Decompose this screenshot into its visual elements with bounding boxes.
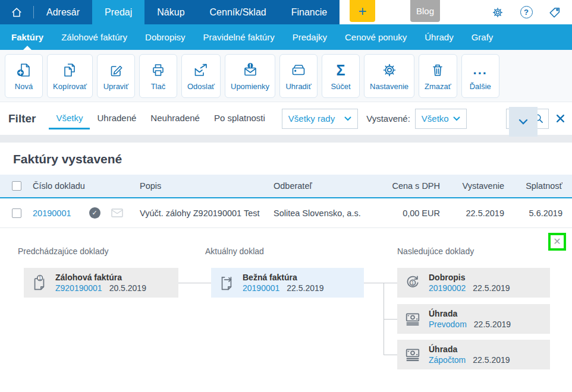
document-title: Úhrada xyxy=(429,344,510,355)
subnav-item-uhrady[interactable]: Úhrady xyxy=(416,24,462,50)
blog-button[interactable]: Blog xyxy=(410,0,440,22)
help-icon: ? xyxy=(520,6,533,18)
page-title: Faktúry vystavené xyxy=(0,143,572,175)
document-link[interactable]: Zápočtom xyxy=(429,355,466,365)
button-label: Ďalšie xyxy=(470,82,491,91)
add-new-button[interactable]: + xyxy=(350,0,375,22)
document-title: Bežná faktúra xyxy=(243,272,324,283)
new-invoice-button[interactable]: Nová xyxy=(5,54,43,98)
issued-filter-label: Vystavené: xyxy=(366,113,410,124)
topnav-item-financie[interactable]: Financie xyxy=(279,0,340,24)
document-date: 22.5.2019 xyxy=(473,283,510,293)
document-date: 22.5.2019 xyxy=(473,355,510,365)
tags-button[interactable] xyxy=(548,6,561,19)
button-label: Odoslať xyxy=(187,82,215,91)
invoice-price: 0,00 EUR xyxy=(375,208,440,218)
document-date: 22.5.2019 xyxy=(474,319,511,330)
credit-note-icon: 1 xyxy=(403,273,422,292)
document-title: Zálohová faktúra xyxy=(55,272,146,283)
document-title: Úhrada xyxy=(429,308,511,319)
gear-icon xyxy=(381,62,398,78)
column-header-cislo-dokladu[interactable]: Číslo dokladu xyxy=(26,181,133,191)
connector-line xyxy=(384,319,397,320)
filter-bar: Filter Všetky Uhradené Neuhradené Po spl… xyxy=(0,102,572,135)
pay-button[interactable]: Uhradiť xyxy=(279,54,318,98)
document-link[interactable]: Z920190001 xyxy=(55,283,102,293)
invoice-number-link[interactable]: 20190001 xyxy=(33,208,71,218)
reminder-icon xyxy=(242,62,259,78)
wallet-icon xyxy=(290,62,307,78)
topnav-item-nakup[interactable]: Nákup xyxy=(144,0,197,24)
document-link[interactable]: 20190001 xyxy=(243,283,279,293)
subnav-item-predajky[interactable]: Predajky xyxy=(284,24,336,50)
subnav-item-zalohove-faktury[interactable]: Zálohové faktúry xyxy=(52,24,136,50)
sent-email-icon xyxy=(111,208,123,217)
subnav-item-pravidelne-faktury[interactable]: Pravidelné faktúry xyxy=(194,24,284,50)
subnav-item-faktury[interactable]: Faktúry xyxy=(2,24,52,50)
column-header-cena-s-dph[interactable]: Cena s DPH xyxy=(375,181,440,191)
table-row[interactable]: 20190001 ✓ Vyúčt. zálohy Z920190001 Test… xyxy=(0,198,572,228)
series-dropdown[interactable]: Všetky rady xyxy=(282,109,358,129)
home-button[interactable] xyxy=(0,0,33,24)
next-document-card: 1 Dobropis 20190002 22.5.2019 xyxy=(397,268,550,298)
issued-dropdown[interactable]: Všetko xyxy=(415,109,467,129)
send-icon xyxy=(193,62,209,78)
column-header-splatnost[interactable]: Splatnosť xyxy=(504,181,562,191)
select-all-checkbox[interactable] xyxy=(12,181,21,191)
row-checkbox[interactable] xyxy=(12,208,21,218)
subnav-item-grafy[interactable]: Grafy xyxy=(463,24,502,50)
invoice-customer: Solitea Slovensko, a.s. xyxy=(267,208,375,218)
edit-button[interactable]: Upraviť xyxy=(97,54,135,98)
column-header-odberatel[interactable]: Odberateľ xyxy=(267,181,375,191)
ellipsis-icon: ... xyxy=(473,66,488,74)
topnav-item-cennik-sklad[interactable]: Cenník/Sklad xyxy=(197,0,279,24)
subnav-item-cenove-ponuky[interactable]: Cenové ponuky xyxy=(336,24,416,50)
filter-tab-uhradene[interactable]: Uhradené xyxy=(90,108,143,129)
invoice-due-date: 5.6.2019 xyxy=(504,208,562,218)
table-header: Číslo dokladu Popis Odberateľ Cena s DPH… xyxy=(0,175,572,198)
next-documents-label: Nasledujúce doklady xyxy=(397,246,474,256)
delete-button[interactable]: Zmazať xyxy=(419,54,457,98)
settings-toolbar-button[interactable]: Nastavenie xyxy=(364,54,414,98)
document-title: Dobropis xyxy=(429,272,510,283)
connector-line xyxy=(384,355,397,355)
filter-tab-vsetky[interactable]: Všetky xyxy=(49,108,90,129)
trash-icon xyxy=(429,62,446,78)
button-label: Nová xyxy=(15,82,33,91)
document-link[interactable]: 20190002 xyxy=(429,283,466,293)
invoice-toolbar: Nová Kopírovať Upraviť Tlač Odoslať Upom… xyxy=(0,50,572,102)
button-label: Upraviť xyxy=(103,82,128,91)
topnav-item-predaj[interactable]: Predaj xyxy=(92,0,144,24)
filter-tab-neuhradene[interactable]: Neuhradené xyxy=(143,108,207,129)
subnav-item-dobropisy[interactable]: Dobropisy xyxy=(136,24,194,50)
top-nav-strip: Adresár Predaj Nákup Cenník/Sklad Financ… xyxy=(0,0,340,24)
payment-icon xyxy=(403,309,422,328)
expand-filter-button[interactable] xyxy=(509,107,538,137)
topnav-item-adresar[interactable]: Adresár xyxy=(34,0,92,24)
invoice-issued-date: 22.5.2019 xyxy=(440,208,504,218)
close-flow-button[interactable]: ✕ xyxy=(548,233,566,251)
send-button[interactable]: Odoslať xyxy=(181,54,221,98)
sum-button[interactable]: Σ Súčet xyxy=(322,54,360,98)
copy-button[interactable]: Kopírovať xyxy=(47,54,93,98)
reminders-button[interactable]: Upomienky xyxy=(225,54,275,98)
top-right-icons: ? xyxy=(491,0,561,24)
regular-invoice-icon xyxy=(217,273,236,292)
top-navigation: Adresár Predaj Nákup Cenník/Sklad Financ… xyxy=(0,0,572,24)
paid-status-icon: ✓ xyxy=(89,207,100,219)
column-header-popis[interactable]: Popis xyxy=(133,181,267,191)
document-date: 22.5.2019 xyxy=(287,283,323,293)
more-button[interactable]: ... Ďalšie xyxy=(461,54,499,98)
help-button[interactable]: ? xyxy=(520,6,533,19)
print-button[interactable]: Tlač xyxy=(139,54,177,98)
document-flow-panel: ✕ Predchádzajúce doklady Aktuálny doklad… xyxy=(0,228,572,392)
chevron-down-icon xyxy=(518,119,528,125)
current-document-card: Bežná faktúra 20190001 22.5.2019 xyxy=(211,268,364,298)
clear-filter-button[interactable] xyxy=(556,114,565,123)
next-document-card: Úhrada Zápočtom 22.5.2019 xyxy=(397,340,550,369)
connector-line xyxy=(364,283,397,283)
column-header-vystavenie[interactable]: Vystavenie xyxy=(440,181,504,191)
filter-tab-po-splatnosti[interactable]: Po splatnosti xyxy=(207,108,272,129)
settings-button[interactable] xyxy=(491,6,504,19)
document-link[interactable]: Prevodom xyxy=(429,319,467,330)
